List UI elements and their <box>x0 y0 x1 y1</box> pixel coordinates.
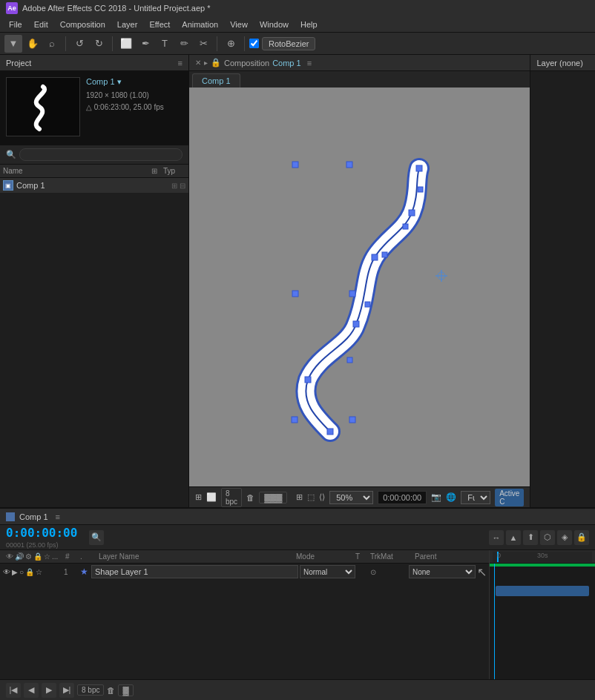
menu-file[interactable]: File <box>3 19 28 30</box>
trkmat-col: ⊙ <box>370 568 407 576</box>
tl-search-btn[interactable]: 🔍 <box>89 530 104 545</box>
table-row[interactable]: 👁 ▶ ○ 🔒 ☆ 1 ★ Shape Layer 1 Normal Add M… <box>0 564 489 580</box>
tool-text[interactable]: T <box>156 35 174 53</box>
tool-puppet[interactable]: ⊕ <box>222 35 240 53</box>
ruler-mark-30: 30s <box>537 552 548 559</box>
comp-menu-icon[interactable]: ≡ <box>307 59 312 67</box>
tl-workarea-btn[interactable]: ⬡ <box>540 530 555 545</box>
menu-composition[interactable]: Composition <box>54 19 111 30</box>
timeline-tracks: 0 30s <box>490 550 595 679</box>
layer-number: 1 <box>64 568 79 576</box>
comp-close-btn[interactable]: ✕ <box>195 59 201 67</box>
roto-checkbox[interactable] <box>249 39 259 48</box>
tool-redo[interactable]: ↻ <box>90 35 108 53</box>
timeline-comp-icon <box>6 512 15 521</box>
comp-item-type: ⊞ ⊟ <box>171 182 185 190</box>
tool-hand[interactable]: ✋ <box>24 35 42 53</box>
tool-select[interactable]: ▼ <box>4 35 22 53</box>
lock-icon: 🔒 <box>211 58 221 67</box>
tl-marker-btn[interactable]: ◈ <box>557 530 572 545</box>
menu-window[interactable]: Window <box>254 19 295 30</box>
comp-duration: △ 0:06:23:00, 25.00 fps <box>86 102 183 113</box>
svg-rect-2 <box>305 377 311 383</box>
tool-pen[interactable]: ✒ <box>137 35 154 53</box>
project-columns: Name ⊞ Typ <box>0 165 188 178</box>
comp-tab-name: Comp 1 <box>272 59 301 67</box>
layer-tag-icon[interactable]: ☆ <box>36 568 42 576</box>
comp-icon-view[interactable]: ⬜ <box>206 492 217 502</box>
project-menu-icon[interactable]: ≡ <box>178 59 183 67</box>
tl-lift-btn[interactable]: ▲ <box>506 530 521 545</box>
tool-divider-2 <box>112 36 113 51</box>
menu-edit[interactable]: Edit <box>28 19 54 30</box>
track-area[interactable] <box>490 564 595 679</box>
tool-undo[interactable]: ↺ <box>70 35 88 53</box>
layer-eye-icon[interactable]: 👁 <box>3 568 10 576</box>
tool-brush[interactable]: ✏ <box>175 35 193 53</box>
comp-tab-1[interactable]: Comp 1 <box>192 73 240 88</box>
layer-name[interactable]: Shape Layer 1 <box>91 565 298 578</box>
menu-layer[interactable]: Layer <box>111 19 144 30</box>
globe-icon[interactable]: 🌐 <box>446 492 456 502</box>
layer-track-bar[interactable] <box>496 586 589 596</box>
snap-icon[interactable]: ⟨⟩ <box>319 492 325 502</box>
timeline-menu-icon[interactable]: ≡ <box>56 512 60 521</box>
layer-panel-title: Layer (none) <box>536 59 582 67</box>
zoom-select[interactable]: 50% 25% 100% <box>329 491 373 504</box>
comp-icon-grid[interactable]: ⊞ <box>195 492 202 502</box>
mode-select[interactable]: Normal Add Multiply <box>300 565 355 578</box>
capture-icon[interactable]: ⊞ <box>296 492 303 502</box>
svg-rect-4 <box>372 254 378 260</box>
work-area-bar <box>490 564 595 567</box>
motion-blur-icon[interactable]: ▓ <box>118 684 133 696</box>
menu-effect[interactable]: Effect <box>143 19 176 30</box>
layer-panel: Layer (none) <box>530 55 595 507</box>
trash-icon[interactable]: 🗑 <box>246 493 254 502</box>
comp-toolbar: ⊞ ⬜ 8 bpc 🗑 ▓▓▓ ⊞ ⬚ ⟨⟩ 50% 25% 100% 0:00… <box>189 486 530 507</box>
tool-rect[interactable]: ⬜ <box>117 35 135 53</box>
svg-rect-15 <box>349 291 355 297</box>
svg-rect-11 <box>418 187 423 192</box>
tl-lock-btn[interactable]: 🔒 <box>574 530 589 545</box>
bpc-badge[interactable]: 8 bpc <box>221 488 242 507</box>
timecode-display: 0:00:00:00 <box>378 491 427 504</box>
app-title: Adobe After Effects CC 2018 - Untitled P… <box>22 4 211 13</box>
tl-ripple-btn[interactable]: ↔ <box>489 530 504 545</box>
tl-extract-btn[interactable]: ⬆ <box>523 530 538 545</box>
nav-play-btn[interactable]: ▶ <box>42 683 56 698</box>
svg-rect-14 <box>292 291 298 297</box>
motion-blur-btn[interactable]: ▓▓▓ <box>259 492 287 503</box>
tool-clone[interactable]: ✂ <box>194 35 212 53</box>
composition-label: Composition <box>224 59 269 67</box>
layer-columns: 👁🔊⚙🔒☆... # . Layer Name Mode T TrkMat Pa… <box>0 550 489 564</box>
nav-start-btn[interactable]: |◀ <box>6 683 21 698</box>
main-layout: Project ≡ Comp 1 ▾ 1920 × 1080 (1.00) △ … <box>0 55 595 507</box>
view-icon[interactable]: ⬚ <box>307 492 315 502</box>
search-input[interactable] <box>19 148 183 161</box>
col-hash: # <box>62 552 77 561</box>
layer-solo-icon[interactable]: ○ <box>19 568 24 576</box>
comp-prev-btn[interactable]: ▸ <box>204 59 208 67</box>
roto-bezier-btn[interactable]: RotoBezier <box>262 37 315 50</box>
timeline-header: Comp 1 ≡ <box>0 509 595 525</box>
bpc-label: 8 bpc <box>77 684 104 696</box>
svg-rect-7 <box>347 357 352 363</box>
col-name: Name <box>3 167 151 175</box>
camera-icon[interactable]: 📷 <box>431 492 441 502</box>
nav-prev-btn[interactable]: ◀ <box>24 683 39 698</box>
nav-next-btn[interactable]: ▶| <box>59 683 74 698</box>
layer-lock-icon[interactable]: 🔒 <box>25 568 34 576</box>
trash-timeline-icon[interactable]: 🗑 <box>107 686 115 695</box>
col-label: . <box>77 552 96 561</box>
quality-select[interactable]: Full Half Quarter <box>461 491 490 504</box>
menu-animation[interactable]: Animation <box>176 19 224 30</box>
layer-header: Layer (none) <box>530 55 595 71</box>
layer-play-icon[interactable]: ▶ <box>12 568 18 576</box>
tool-zoom[interactable]: ⌕ <box>43 35 61 53</box>
menu-view[interactable]: View <box>224 19 254 30</box>
parent-select[interactable]: None <box>409 565 476 578</box>
svg-rect-13 <box>346 162 352 168</box>
list-item[interactable]: ▣ Comp 1 ⊞ ⊟ <box>0 178 188 193</box>
menu-help[interactable]: Help <box>295 19 323 30</box>
comp-name: Comp 1 ▾ <box>86 77 183 87</box>
